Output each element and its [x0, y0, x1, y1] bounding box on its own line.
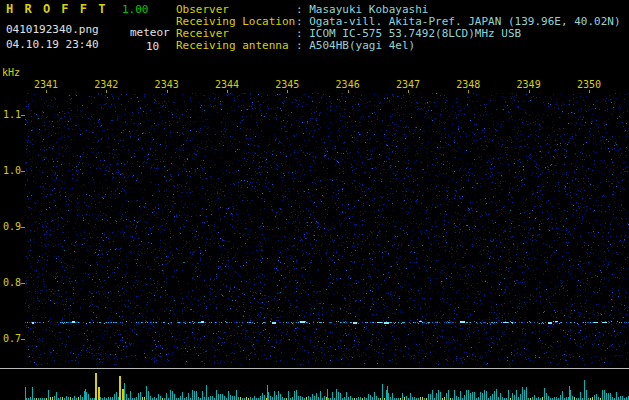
app-version: 1.00	[122, 3, 149, 16]
station-info-row: Receiving antenna: A504HB(yagi 4el)	[176, 40, 628, 52]
y-tick-label: 0.7	[3, 333, 21, 345]
hrofft-output-screen: H R O F F T 1.00 0410192340.png meteor 0…	[0, 0, 629, 400]
signal-strip-canvas	[0, 367, 629, 400]
y-axis: 1.11.00.90.80.7	[0, 0, 25, 400]
station-info-label: Receiving antenna	[176, 40, 296, 52]
spectrogram-canvas	[25, 93, 629, 365]
y-tick-label: 1.0	[3, 165, 21, 177]
station-info-block: Observer: Masayuki KobayashiReceiving Lo…	[176, 4, 628, 52]
y-tick-label: 0.9	[3, 221, 21, 233]
interval-minutes: 10	[146, 40, 159, 53]
y-tick-label: 1.1	[3, 109, 21, 121]
station-info-value: : A504HB(yagi 4el)	[296, 39, 415, 52]
y-tick-label: 0.8	[3, 277, 21, 289]
mode-label: meteor	[130, 26, 170, 39]
